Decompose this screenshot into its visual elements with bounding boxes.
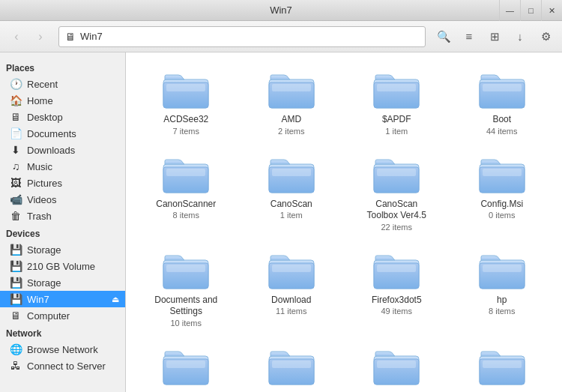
videos-icon: 📹: [9, 193, 22, 205]
storage1-label: Storage: [27, 244, 61, 256]
file-item[interactable]: hp8 items: [453, 244, 552, 334]
sidebar-item-desktop[interactable]: 🖥Desktop: [0, 109, 125, 125]
file-name: Documents and Settings: [148, 295, 223, 318]
file-item[interactable]: AMD2 items: [242, 63, 342, 142]
close-button[interactable]: ✕: [541, 0, 562, 21]
sidebar-item-trash[interactable]: 🗑Trash: [0, 208, 125, 224]
sidebar-item-downloads[interactable]: ⬇Downloads: [0, 142, 125, 158]
file-item[interactable]: Pavilion a6200n3 items: [453, 340, 552, 392]
file-item[interactable]: inetpub4 items: [136, 340, 236, 392]
file-item[interactable]: CanoScan1 item: [242, 148, 342, 238]
downloads-icon: ⬇: [9, 144, 22, 156]
svg-rect-41: [272, 361, 311, 368]
breadcrumb-icon: 🖥: [65, 31, 76, 43]
view-list-button[interactable]: ≡: [459, 26, 480, 47]
eject-icon[interactable]: ⏏: [112, 295, 119, 304]
sidebar-item-recent[interactable]: 🕐Recent: [0, 76, 125, 92]
sidebar-item-documents[interactable]: 📄Documents: [0, 125, 125, 142]
file-name: $APDF: [382, 114, 411, 126]
file-count: 22 items: [381, 223, 412, 232]
folder-icon: [372, 250, 420, 292]
file-count: 1 item: [385, 127, 408, 136]
pictures-label: Pictures: [27, 178, 62, 189]
sidebar-item-storage1[interactable]: 💾Storage: [0, 241, 125, 258]
sidebar-section-title: Network: [0, 324, 125, 341]
download-button[interactable]: ↓: [510, 26, 531, 47]
file-item[interactable]: MyPSTfiles15 items: [347, 340, 447, 392]
search-button[interactable]: 🔍: [433, 26, 454, 47]
sidebar-item-volume[interactable]: 💾210 GB Volume: [0, 258, 125, 274]
file-count: 0 items: [489, 211, 515, 220]
file-count: 10 items: [170, 319, 202, 328]
connect-server-label: Connect to Server: [27, 361, 106, 372]
sidebar-section-title: Places: [0, 58, 125, 76]
videos-label: Videos: [27, 194, 57, 205]
svg-rect-38: [166, 361, 205, 368]
sidebar-item-home[interactable]: 🏠Home: [0, 92, 125, 109]
main-area: Places🕐Recent🏠Home🖥Desktop📄Documents⬇Dow…: [0, 52, 562, 392]
minimize-button[interactable]: —: [499, 0, 520, 21]
sidebar-item-storage2[interactable]: 💾Storage: [0, 274, 125, 291]
file-grid: ACDSee327 items AMD2 items: [133, 60, 555, 392]
folder-icon: [268, 154, 315, 196]
file-name: Boot: [492, 114, 511, 126]
file-item[interactable]: MSOCache1 item: [242, 340, 342, 392]
breadcrumb-text: Win7: [80, 31, 103, 42]
file-count: 44 items: [486, 127, 518, 136]
forward-button[interactable]: ›: [30, 26, 51, 47]
folder-icon: [478, 154, 526, 196]
file-item[interactable]: $APDF1 item: [347, 63, 447, 142]
folder-icon: [478, 346, 526, 388]
music-label: Music: [27, 161, 52, 172]
file-item[interactable]: ACDSee327 items: [136, 63, 236, 142]
documents-icon: 📄: [9, 127, 22, 139]
svg-rect-35: [483, 265, 522, 272]
trash-label: Trash: [27, 211, 52, 222]
maximize-button[interactable]: □: [520, 0, 541, 21]
downloads-label: Downloads: [27, 145, 75, 156]
computer-label: Computer: [27, 310, 70, 322]
folder-icon: [268, 250, 315, 292]
svg-rect-20: [377, 169, 416, 176]
sidebar-item-pictures[interactable]: 🖼Pictures: [0, 175, 125, 191]
file-item[interactable]: Config.Msi0 items: [453, 148, 552, 238]
file-item[interactable]: CanoScan Toolbox Ver4.522 items: [347, 148, 447, 238]
file-item[interactable]: Firefox3dot549 items: [347, 244, 447, 334]
view-grid-button[interactable]: ⊞: [484, 26, 505, 47]
browse-network-label: Browse Network: [27, 344, 98, 355]
file-item[interactable]: Documents and Settings10 items: [136, 244, 236, 334]
sidebar-item-videos[interactable]: 📹Videos: [0, 191, 125, 208]
svg-rect-32: [377, 265, 416, 272]
sidebar-item-computer[interactable]: 🖥Computer: [0, 307, 125, 324]
sidebar-item-connect-server[interactable]: 🖧Connect to Server: [0, 358, 125, 374]
nav-buttons: ‹ ›: [6, 26, 51, 47]
sidebar-item-browse-network[interactable]: 🌐Browse Network: [0, 341, 125, 358]
home-label: Home: [27, 95, 53, 106]
sidebar-item-music[interactable]: ♫Music: [0, 158, 125, 175]
window-controls: — □ ✕: [499, 0, 562, 21]
breadcrumb[interactable]: 🖥 Win7: [58, 26, 426, 47]
file-count: 8 items: [489, 307, 515, 316]
file-name: ACDSee32: [163, 114, 208, 126]
folder-icon: [268, 346, 315, 388]
file-item[interactable]: Boot44 items: [453, 63, 552, 142]
file-item[interactable]: CanonScanner8 items: [136, 148, 236, 238]
volume-label: 210 GB Volume: [27, 261, 95, 272]
folder-icon: [372, 154, 420, 196]
file-count: 7 items: [173, 127, 199, 136]
recent-label: Recent: [27, 79, 58, 90]
volume-icon: 💾: [9, 260, 22, 272]
computer-icon: 🖥: [9, 310, 22, 322]
sidebar-item-win7[interactable]: 💾Win7⏏: [0, 291, 125, 307]
recent-icon: 🕐: [9, 78, 22, 90]
back-button[interactable]: ‹: [6, 26, 27, 47]
toolbar-actions: 🔍 ≡ ⊞ ↓ ⚙: [433, 26, 556, 47]
file-name: Download: [271, 295, 311, 307]
settings-button[interactable]: ⚙: [535, 26, 556, 47]
window-title: Win7: [270, 4, 292, 16]
file-count: 49 items: [381, 307, 412, 316]
svg-rect-47: [483, 361, 522, 368]
file-item[interactable]: Download11 items: [242, 244, 342, 334]
browse-network-icon: 🌐: [9, 343, 22, 355]
pictures-icon: 🖼: [9, 177, 22, 189]
